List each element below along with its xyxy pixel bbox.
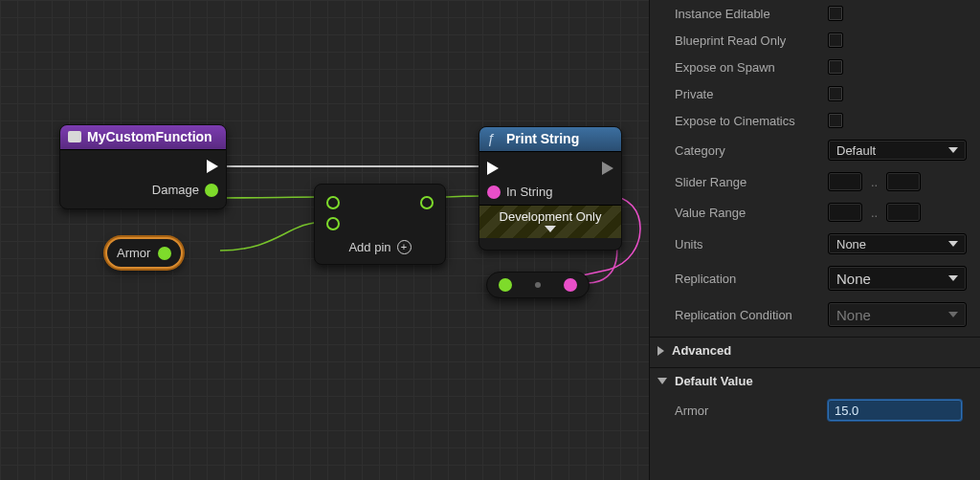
node-reroute[interactable]: Add pin + [314, 184, 446, 265]
conv-out-pin[interactable] [564, 278, 577, 292]
input-default-armor[interactable] [828, 400, 962, 421]
prop-replication-condition: Replication Condition None [650, 296, 980, 333]
section-advanced[interactable]: Advanced [650, 337, 980, 363]
chevron-down-icon [948, 312, 958, 317]
plus-icon: + [397, 240, 412, 254]
blueprint-graph-canvas[interactable]: MyCustomFunction Damage Armor [0, 0, 649, 480]
node-header[interactable]: MyCustomFunction [60, 125, 226, 150]
prop-value-range: Value Range .. [650, 197, 980, 228]
add-pin-label: Add pin [348, 240, 390, 254]
function-call-icon: ƒ [487, 131, 501, 146]
node-print-string[interactable]: ƒ Print String In String Development Onl… [479, 126, 622, 251]
checkbox-expose-on-spawn[interactable] [828, 59, 843, 75]
slider-range-max[interactable] [886, 172, 921, 191]
exec-out-pin[interactable] [602, 162, 613, 175]
reroute-in-pin-1[interactable] [326, 217, 340, 230]
pin-label-damage: Damage [152, 183, 199, 197]
conv-in-pin[interactable] [499, 278, 512, 292]
chevron-down-icon [948, 241, 958, 247]
reroute-in-pin-0[interactable] [326, 196, 340, 209]
prop-replication: Replication None [650, 260, 980, 296]
prop-instance-editable: Instance Editable [650, 0, 980, 27]
dropdown-units[interactable]: None [828, 233, 967, 254]
prop-units: Units None [650, 228, 980, 260]
checkbox-private[interactable] [828, 86, 843, 101]
pin-damage[interactable] [205, 184, 218, 197]
checkbox-expose-cinematics[interactable] [828, 113, 843, 128]
chevron-down-icon [657, 378, 667, 384]
dropdown-replication[interactable]: None [828, 266, 967, 291]
variable-node-armor[interactable]: Armor [105, 237, 183, 269]
prop-expose-on-spawn: Expose on Spawn [650, 54, 980, 80]
chevron-down-icon [948, 147, 958, 153]
prop-default-armor: Armor [650, 394, 980, 426]
exec-out-pin[interactable] [207, 160, 218, 173]
node-mycustomfunction[interactable]: MyCustomFunction Damage [59, 124, 227, 209]
dropdown-category[interactable]: Default [828, 140, 967, 161]
node-title: Print String [506, 131, 579, 146]
add-pin-button[interactable]: Add pin + [326, 240, 434, 254]
dropdown-replication-condition: None [828, 302, 967, 327]
exec-in-pin[interactable] [487, 162, 499, 175]
reroute-out-pin-0[interactable] [420, 196, 434, 209]
checkbox-instance-editable[interactable] [828, 6, 843, 21]
function-entry-icon [68, 131, 81, 142]
section-default-value[interactable]: Default Value [650, 367, 980, 394]
node-title: MyCustomFunction [87, 129, 212, 144]
prop-category: Category Default [650, 134, 980, 166]
prop-private: Private [650, 80, 980, 107]
details-panel: Instance Editable Blueprint Read Only Ex… [649, 0, 980, 480]
ellipsis-icon [535, 282, 541, 288]
chevron-down-icon [545, 226, 556, 232]
value-range-min[interactable] [828, 203, 862, 222]
development-only-banner: Development Only [479, 205, 621, 238]
prop-expose-cinematics: Expose to Cinematics [650, 107, 980, 134]
node-string-conv[interactable] [486, 272, 590, 298]
prop-slider-range: Slider Range .. [650, 166, 980, 197]
checkbox-blueprint-read-only[interactable] [828, 33, 843, 48]
chevron-down-icon [948, 275, 958, 281]
pin-armor-out[interactable] [158, 247, 171, 260]
pin-in-string[interactable] [487, 185, 501, 199]
node-header[interactable]: ƒ Print String [479, 127, 621, 152]
value-range-max[interactable] [886, 203, 921, 222]
prop-blueprint-read-only: Blueprint Read Only [650, 27, 980, 54]
variable-label: Armor [117, 246, 150, 260]
chevron-right-icon [657, 346, 664, 356]
slider-range-min[interactable] [828, 172, 862, 191]
pin-label-in-string: In String [506, 185, 552, 199]
